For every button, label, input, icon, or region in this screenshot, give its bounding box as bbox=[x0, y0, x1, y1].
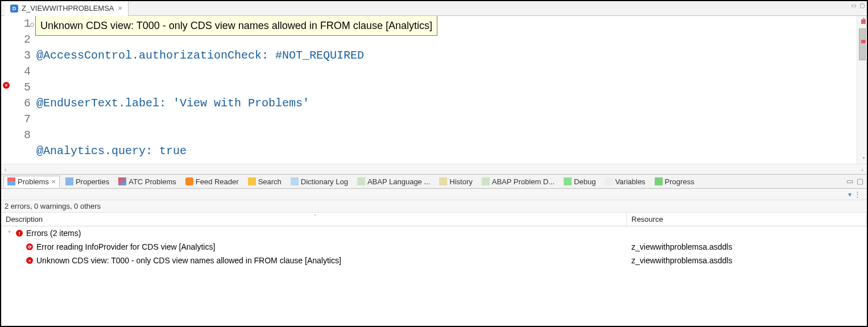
minimize-view-icon[interactable]: ▭ bbox=[846, 177, 853, 185]
sort-asc-icon: ˄ bbox=[314, 214, 317, 220]
tab-abap-language[interactable]: ABAP Language ... bbox=[354, 176, 433, 187]
tooltip-text: Unknown CDS view: T000 - only CDS view n… bbox=[40, 20, 432, 31]
editor-tabbar: D Z_VIEWWITHPROBLEMSA ✕ ▭ ▢ bbox=[1, 1, 867, 16]
tab-debug[interactable]: Debug bbox=[560, 176, 599, 187]
scroll-down-icon[interactable]: ˅ bbox=[862, 156, 865, 163]
error-indicator[interactable] bbox=[861, 19, 866, 24]
group-label: Errors (2 items) bbox=[26, 229, 81, 238]
table-row[interactable]: × Unknown CDS view: T000 - only CDS view… bbox=[1, 254, 867, 267]
column-description[interactable]: Description ˄ bbox=[1, 213, 627, 226]
maximize-view-icon[interactable]: ▢ bbox=[857, 177, 863, 185]
line-num: 8 bbox=[13, 127, 31, 143]
problems-summary: 2 errors, 0 warnings, 0 others bbox=[1, 200, 867, 213]
error-icon: ! bbox=[16, 230, 23, 237]
line-num: 2 bbox=[13, 32, 31, 48]
tab-abap-problem[interactable]: ABAP Problem D... bbox=[478, 176, 558, 187]
tab-search[interactable]: Search bbox=[245, 176, 285, 187]
overview-ruler[interactable]: ˄ ˅ bbox=[857, 16, 867, 164]
code-content[interactable]: @AccessControl.authorizationCheck: #NOT_… bbox=[35, 16, 857, 164]
scrollbar-thumb[interactable] bbox=[859, 28, 866, 60]
view-menu-icon[interactable]: ⋮ bbox=[854, 190, 861, 198]
minimize-icon[interactable]: ▭ bbox=[851, 2, 856, 9]
problem-resource: z_viewwithproblemsa.asddls bbox=[627, 241, 867, 253]
table-group-row[interactable]: ˅ ! Errors (2 items) bbox=[1, 226, 867, 240]
error-marker-icon[interactable] bbox=[3, 82, 10, 89]
problem-resource: z_viewwithproblemsa.asddls bbox=[627, 255, 867, 266]
line-num: 1 bbox=[13, 16, 31, 32]
tab-label: ABAP Language ... bbox=[367, 177, 430, 186]
tab-label: History bbox=[449, 177, 472, 186]
bottom-view-tabs: Problems✕ Properties ATC Problems Feed R… bbox=[1, 174, 867, 189]
debug-icon bbox=[564, 177, 572, 185]
tab-label: Progress bbox=[665, 177, 695, 186]
scroll-right-icon[interactable]: › bbox=[861, 166, 863, 173]
tab-atc[interactable]: ATC Problems bbox=[115, 176, 180, 187]
table-body: ˅ ! Errors (2 items) ⟳ Error reading Inf… bbox=[1, 226, 867, 326]
tab-variables[interactable]: Variables bbox=[601, 176, 648, 187]
annotation: @EndUserText.label: bbox=[36, 96, 173, 111]
history-icon bbox=[439, 177, 447, 185]
tab-label: Debug bbox=[574, 177, 596, 186]
editor-tab-title: Z_VIEWWITHPROBLEMSA bbox=[22, 4, 114, 13]
atc-icon bbox=[118, 177, 126, 185]
progress-icon bbox=[655, 177, 663, 185]
tab-close-icon[interactable]: ✕ bbox=[118, 5, 122, 11]
abap-problem-icon bbox=[482, 177, 490, 185]
tab-pin-icon: ✕ bbox=[51, 179, 56, 185]
line-num: 5 bbox=[13, 80, 31, 96]
annotation: @AccessControl.authorizationCheck: #NOT_… bbox=[36, 48, 364, 64]
tab-dictionary-log[interactable]: Dictionary Log bbox=[287, 176, 352, 187]
column-label: Resource bbox=[631, 215, 663, 223]
search-icon bbox=[248, 177, 256, 185]
dictionary-icon bbox=[291, 177, 299, 185]
line-gutter: 1 2 3 4 5 6 7 8 bbox=[13, 16, 35, 164]
tab-label: ABAP Problem D... bbox=[492, 177, 555, 186]
string-literal: 'View with Problems' bbox=[173, 96, 309, 111]
properties-icon bbox=[65, 177, 73, 185]
column-label: Description bbox=[6, 215, 43, 223]
marker-column bbox=[1, 16, 13, 164]
tab-feed[interactable]: Feed Reader bbox=[182, 176, 242, 187]
maximize-icon[interactable]: ▢ bbox=[859, 2, 865, 9]
tab-progress[interactable]: Progress bbox=[651, 176, 698, 187]
line-num: 6 bbox=[13, 96, 31, 111]
tab-label: Variables bbox=[615, 177, 645, 186]
annotation: @Analytics.query: true bbox=[36, 143, 187, 159]
horizontal-scrollbar[interactable]: ‹ › bbox=[1, 164, 867, 174]
problem-description: Unknown CDS view: T000 - only CDS view n… bbox=[36, 256, 341, 265]
window-controls: ▭ ▢ bbox=[851, 2, 865, 9]
tab-label: Properties bbox=[76, 177, 109, 186]
error-tooltip: Unknown CDS view: T000 - only CDS view n… bbox=[35, 16, 437, 36]
table-row[interactable]: ⟳ Error reading InfoProvider for CDS vie… bbox=[1, 240, 867, 254]
tab-problems[interactable]: Problems✕ bbox=[3, 176, 60, 188]
tab-history[interactable]: History bbox=[436, 176, 476, 187]
file-icon: D bbox=[10, 5, 18, 13]
editor-area[interactable]: 1 2 3 4 5 6 7 8 @AccessControl.authoriza… bbox=[1, 16, 867, 164]
line-num: 4 bbox=[13, 64, 31, 80]
variables-icon bbox=[605, 177, 613, 185]
problems-table: Description ˄ Resource ˅ ! Errors (2 ite… bbox=[1, 213, 867, 326]
error-icon: ⟳ bbox=[26, 243, 33, 250]
tab-label: Search bbox=[258, 177, 282, 186]
error-icon: × bbox=[26, 257, 33, 264]
column-resource[interactable]: Resource bbox=[627, 213, 867, 226]
tree-expand-icon[interactable]: ˅ bbox=[6, 230, 13, 237]
line-num: 3 bbox=[13, 48, 31, 64]
tab-properties[interactable]: Properties bbox=[62, 176, 113, 187]
editor-tab[interactable]: D Z_VIEWWITHPROBLEMSA ✕ bbox=[5, 1, 129, 16]
abap-icon bbox=[357, 177, 365, 185]
problems-toolbar: ▾ ⋮ bbox=[1, 189, 867, 200]
scroll-left-icon[interactable]: ‹ bbox=[5, 166, 7, 173]
tab-label: Feed Reader bbox=[196, 177, 239, 186]
filter-icon[interactable]: ▾ bbox=[848, 191, 852, 198]
tab-label: ATC Problems bbox=[129, 177, 176, 186]
table-header: Description ˄ Resource bbox=[1, 213, 867, 226]
error-indicator[interactable] bbox=[861, 40, 866, 43]
feed-icon bbox=[185, 177, 193, 185]
tab-label: Dictionary Log bbox=[301, 177, 348, 186]
line-num: 7 bbox=[13, 111, 31, 127]
problems-icon bbox=[7, 177, 15, 185]
tab-label: Problems bbox=[18, 177, 49, 186]
problem-description: Error reading InfoProvider for CDS view … bbox=[36, 242, 215, 251]
